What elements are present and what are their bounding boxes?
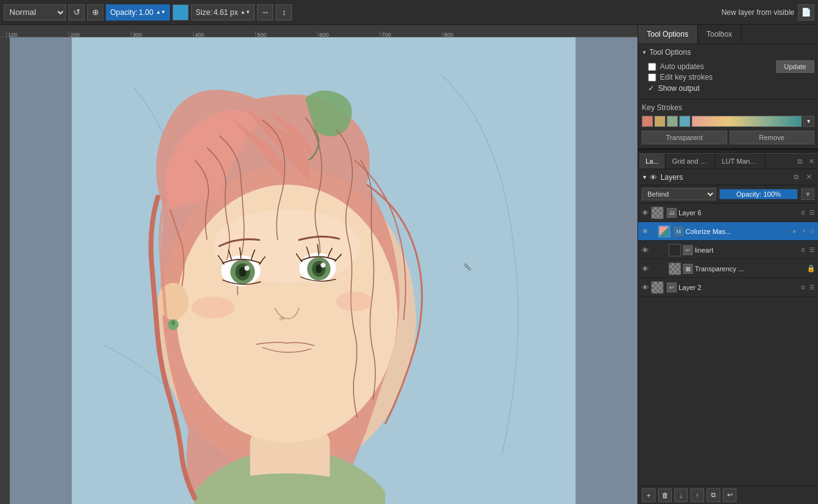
canvas-row — [0, 37, 637, 504]
layer-item-2[interactable]: 👁 ↩ Layer 2 α ☰ — [638, 278, 818, 297]
layers-opacity-display[interactable]: Opacity: 100% — [720, 189, 797, 199]
color-swatch-3[interactable] — [667, 116, 678, 127]
transparency-visibility[interactable]: 👁 — [641, 264, 649, 273]
tab-lut-manager[interactable]: LUT Manage... — [715, 154, 765, 169]
main-area: 100 200 300 400 500 600 700 800 — [0, 25, 818, 504]
tool-options-title: Tool Options — [649, 48, 691, 57]
svg-point-16 — [192, 296, 235, 319]
layers-panel-duplicate-btn[interactable]: ⧉ — [791, 172, 801, 182]
layer-2-thumb — [651, 281, 664, 294]
layers-tab-controls: ⧉ ✕ — [795, 156, 817, 167]
layer-item-6[interactable]: 👁 🗂 Layer 6 α ☰ — [638, 203, 818, 222]
remove-button[interactable]: Remove — [730, 131, 815, 144]
layers-duplicate-btn[interactable]: ⧉ — [795, 156, 805, 167]
auto-updates-checkbox[interactable] — [648, 63, 656, 71]
auto-updates-row: Auto updates Update — [642, 60, 814, 73]
merge-btn[interactable]: ↩ — [723, 488, 736, 502]
move-down-btn[interactable]: ↓ — [674, 488, 688, 502]
edit-keystrokes-checkbox[interactable] — [648, 73, 656, 82]
opacity-label: Opacity: — [110, 8, 138, 17]
key-strokes-label: Key Strokes — [642, 103, 814, 112]
layer-item-transparency[interactable]: 👁 ▦ Transparency ... 🔒 — [638, 259, 818, 278]
colorize-rotate-icon: ↺ — [808, 228, 816, 235]
layers-panel-close-btn[interactable]: ✕ — [804, 172, 814, 182]
layer-6-visibility[interactable]: 👁 — [641, 208, 649, 217]
opacity-control[interactable]: Opacity: 1.00 ▲▼ — [106, 4, 170, 21]
layer-2-menu-icon: ☰ — [808, 284, 816, 291]
layer-6-type: 🗂 — [667, 208, 677, 218]
drawing-canvas[interactable] — [10, 37, 637, 504]
colorize-icons: ● ↗ ↺ — [791, 228, 816, 235]
lineart-visibility[interactable]: 👁 — [641, 246, 649, 254]
layers-header: ▼ 👁 Layers ⧉ ✕ — [638, 169, 818, 185]
new-layer-icon[interactable]: 📄 — [798, 4, 814, 21]
duplicate-layer-btn[interactable]: ⧉ — [707, 488, 720, 502]
layer-item-colorize[interactable]: 👁 M Colorize Mas... ● ↗ ↺ — [638, 222, 818, 241]
color-swatch-4[interactable] — [679, 116, 690, 127]
main-toolbar: Normal Behind Multiply Screen ↺ ⊕ Opacit… — [0, 0, 818, 25]
layers-eye-icon: 👁 — [650, 174, 657, 181]
tab-toolbox[interactable]: Toolbox — [698, 25, 741, 44]
tab-grid-guides[interactable]: Grid and Gu... — [665, 154, 715, 169]
svg-point-14 — [321, 263, 326, 268]
transparency-lock-icon: 🔒 — [807, 264, 816, 273]
layers-chevron: ▼ — [642, 174, 647, 180]
transparent-button[interactable]: Transparent — [642, 131, 727, 144]
lineart-alpha-icon: α — [799, 246, 807, 253]
layer-2-name: Layer 2 — [679, 284, 797, 291]
lineart-name: lineart — [695, 246, 797, 254]
canvas-background[interactable] — [10, 37, 637, 504]
reset-btn[interactable]: ↺ — [68, 4, 85, 21]
layers-blend-mode[interactable]: Behind Normal Multiply — [642, 188, 716, 200]
layer-2-visibility[interactable]: 👁 — [641, 283, 649, 292]
layers-panel: ▼ 👁 Layers ⧉ ✕ Behind Normal Multiply Op… — [638, 169, 818, 504]
tool-options-header: ▼ Tool Options — [642, 48, 814, 57]
lineart-type: ↩ — [683, 245, 693, 255]
layer-6-icons: α ☰ — [799, 209, 816, 216]
colorize-dot-icon: ● — [791, 228, 798, 235]
tab-tool-options[interactable]: Tool Options — [638, 25, 698, 44]
color-dropdown-btn[interactable]: ▼ — [803, 116, 814, 127]
opacity-arrow-up[interactable]: ▲▼ — [156, 10, 166, 15]
ruler-mark-100: 100 — [6, 32, 68, 37]
blend-mode-select[interactable]: Normal Behind Multiply Screen — [4, 4, 66, 21]
size-label: Size: — [195, 8, 212, 17]
ruler-mark-500: 500 — [255, 32, 317, 37]
update-button[interactable]: Update — [776, 60, 814, 73]
layer-item-lineart[interactable]: 👁 ↩ lineart α ☰ — [638, 241, 818, 259]
svg-point-15 — [280, 317, 284, 320]
ruler-mark-600: 600 — [317, 32, 380, 37]
flip-h-btn[interactable]: ↔ — [257, 4, 273, 21]
color-swatch-2[interactable] — [654, 116, 665, 127]
layer-6-thumb — [651, 207, 664, 219]
layers-filter-btn[interactable]: ▼ — [801, 189, 814, 200]
layers-title-row: ▼ 👁 Layers — [642, 173, 683, 182]
transform-btn[interactable]: ⊕ — [87, 4, 103, 21]
colorize-visibility[interactable]: 👁 — [641, 227, 649, 236]
move-up-btn[interactable]: ↑ — [690, 488, 704, 502]
layers-close-btn[interactable]: ✕ — [806, 156, 817, 167]
delete-layer-btn[interactable]: 🗑 — [658, 488, 672, 502]
size-arrows[interactable]: ▲▼ — [240, 10, 250, 15]
layer-6-menu-icon: ☰ — [808, 209, 816, 216]
panel-divider: · · · · · · · — [638, 149, 818, 154]
add-layer-btn[interactable]: + — [642, 488, 656, 502]
tab-layers[interactable]: La... — [639, 154, 665, 169]
layers-opacity-value: 100% — [763, 190, 781, 198]
tool-options-section: ▼ Tool Options Auto updates Update Edit … — [638, 44, 818, 100]
panel-tabs: Tool Options Toolbox — [638, 25, 818, 44]
layer-2-icons: α ☰ — [799, 284, 816, 291]
layer-2-alpha-icon: α — [799, 284, 807, 291]
color-swatches: ▼ — [642, 116, 814, 127]
color-swatch-1[interactable] — [642, 116, 653, 127]
layers-tab-row: La... Grid and Gu... LUT Manage... ⧉ ✕ — [638, 154, 818, 169]
size-control[interactable]: Size: 4.61 px ▲▼ — [191, 4, 255, 21]
brush-type-btn[interactable] — [172, 4, 189, 21]
color-picker-bar[interactable] — [692, 116, 802, 127]
canvas-container[interactable] — [10, 37, 637, 504]
layer-6-alpha-icon: α — [799, 209, 807, 216]
transparency-name: Transparency ... — [695, 265, 805, 273]
ruler-marks: 100 200 300 400 500 600 700 800 — [0, 25, 504, 37]
flip-v-btn[interactable]: ↕ — [276, 4, 292, 21]
layer-6-name: Layer 6 — [679, 209, 797, 217]
